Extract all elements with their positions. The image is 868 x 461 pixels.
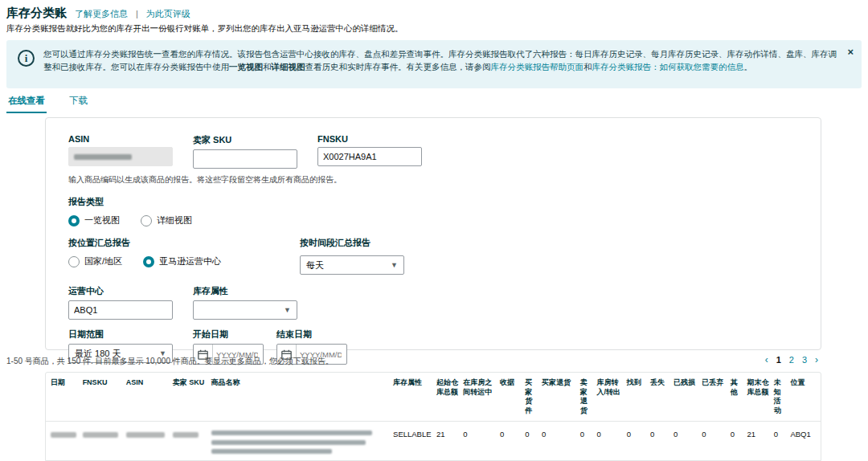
redacted-value bbox=[51, 432, 76, 438]
tab-view-online[interactable]: 在线查看 bbox=[6, 93, 47, 113]
col-asin: ASIN bbox=[125, 373, 171, 421]
chevron-down-icon: ▼ bbox=[284, 306, 291, 314]
radio-fulfillment-center[interactable]: 亚马逊运营中心 bbox=[143, 255, 221, 267]
col-title: 商品名称 bbox=[210, 373, 391, 421]
redacted-value bbox=[211, 440, 366, 445]
pagination-page-1[interactable]: 1 bbox=[776, 355, 781, 365]
col-lost: 丢失 bbox=[649, 373, 672, 421]
col-unknown: 未知活动 bbox=[772, 373, 789, 421]
page-header: 库存分类账 了解更多信息 | 为此页评级 bbox=[6, 6, 190, 21]
cell-in-transit: 0 bbox=[461, 421, 498, 461]
col-vendor-returns: 卖家退货 bbox=[579, 373, 596, 421]
col-warehouse-transfer: 库房转入/转出 bbox=[595, 373, 624, 421]
radio-unselected-icon bbox=[68, 256, 80, 267]
radio-detail-view-label: 详细视图 bbox=[157, 214, 192, 226]
redacted-value bbox=[173, 432, 199, 438]
banner-bold-detail: 详细视图 bbox=[272, 62, 305, 71]
asin-input[interactable] bbox=[68, 147, 173, 166]
col-disposed: 已丢弃 bbox=[700, 373, 728, 421]
cell-starting-balance: 21 bbox=[435, 421, 461, 461]
col-damaged: 已残损 bbox=[672, 373, 700, 421]
col-date: 日期 bbox=[46, 373, 81, 421]
end-date-label: 结束日期 bbox=[276, 328, 357, 341]
disposition-label: 库存属性 bbox=[193, 285, 297, 297]
redacted-asin-value bbox=[74, 154, 132, 160]
redacted-value bbox=[126, 432, 165, 438]
start-date-label: 开始日期 bbox=[193, 328, 273, 341]
col-starting-balance: 起始仓库总额 bbox=[435, 373, 461, 421]
cell-date bbox=[46, 421, 81, 461]
page-subtitle: 库存分类账报告就好比为您的库存开出一份银行对账单，罗列出您的库存出入亚马逊运营中… bbox=[6, 23, 403, 35]
banner-bold-overview: 一览视图 bbox=[229, 62, 263, 71]
fnsku-label: FNSKU bbox=[317, 134, 422, 144]
radio-selected-icon bbox=[68, 215, 80, 226]
ledger-help-link[interactable]: 库存分类账报告帮助页面 bbox=[491, 62, 584, 71]
cell-asin bbox=[125, 421, 171, 461]
cell-title bbox=[210, 421, 391, 461]
col-ending-balance: 期末仓库总额 bbox=[745, 373, 772, 421]
product-code-helper-text: 输入商品编码以生成该商品的报告。将这些字段留空将生成所有商品的报告。 bbox=[68, 174, 805, 186]
report-type-label: 报告类型 bbox=[68, 196, 805, 208]
cell-unknown: 0 bbox=[772, 421, 789, 461]
col-msku: 卖家 SKU bbox=[171, 373, 210, 421]
pagination-page-3[interactable]: 3 bbox=[802, 355, 807, 365]
radio-selected-icon bbox=[143, 256, 154, 267]
cell-found: 0 bbox=[625, 421, 649, 461]
results-summary: 1-50 号商品，共 150 件. 目前最多显示 10,000 件商品。要显示更… bbox=[6, 356, 334, 367]
time-aggregation-label: 按时间段汇总报告 bbox=[300, 237, 404, 249]
info-icon: i bbox=[18, 50, 35, 67]
cell-customer-returns: 0 bbox=[540, 421, 579, 461]
cell-fnsku bbox=[81, 421, 125, 461]
chevron-down-icon: ▼ bbox=[391, 261, 398, 269]
radio-summary-view[interactable]: 一览视图 bbox=[68, 214, 120, 226]
time-aggregation-dropdown[interactable]: 每天 ▼ bbox=[300, 255, 404, 275]
cell-customer-shipments: 0 bbox=[523, 421, 540, 461]
ledger-table-card: 日期 FNSKU ASIN 卖家 SKU 商品名称 库存属性 起始仓库总额 在库… bbox=[45, 372, 821, 461]
asin-label: ASIN bbox=[68, 134, 173, 144]
view-tabs: 在线查看 下载 bbox=[6, 93, 89, 113]
date-range-label: 日期范围 bbox=[68, 328, 185, 341]
radio-country-label: 国家/地区 bbox=[84, 255, 122, 267]
banner-text-and1: 和 bbox=[263, 62, 272, 71]
radio-country[interactable]: 国家/地区 bbox=[68, 255, 122, 267]
cell-warehouse-transfer: 0 bbox=[595, 421, 624, 461]
redacted-value bbox=[211, 430, 372, 435]
col-receipts: 收据 bbox=[498, 373, 523, 421]
learn-more-link[interactable]: 了解更多信息 bbox=[75, 8, 128, 20]
inventory-ledger-page: { "header": { "title": "库存分类账", "learn_m… bbox=[0, 0, 868, 461]
banner-text-and2: 和 bbox=[583, 62, 592, 71]
fulfillment-center-label: 运营中心 bbox=[68, 285, 173, 297]
rate-page-link[interactable]: 为此页评级 bbox=[146, 8, 190, 20]
pagination-page-2[interactable]: 2 bbox=[789, 355, 794, 365]
info-banner: i 您可以通过库存分类账报告统一查看您的库存情况。该报告包含运营中心接收的库存、… bbox=[6, 40, 862, 88]
col-in-transit: 在库房之间转运中 bbox=[461, 373, 498, 421]
tab-download[interactable]: 下载 bbox=[68, 93, 89, 113]
fnsku-input[interactable] bbox=[317, 147, 422, 166]
col-other: 其他 bbox=[729, 373, 746, 421]
cell-ending-balance: 21 bbox=[745, 421, 772, 461]
fulfillment-center-input[interactable] bbox=[68, 300, 173, 320]
radio-detail-view[interactable]: 详细视图 bbox=[141, 214, 192, 226]
cell-receipts: 0 bbox=[498, 421, 523, 461]
cell-disposition: SELLABLE bbox=[391, 421, 435, 461]
col-location: 位置 bbox=[788, 373, 821, 421]
redacted-value bbox=[211, 449, 332, 454]
disposition-dropdown[interactable]: ▼ bbox=[193, 300, 297, 320]
header-separator: | bbox=[136, 9, 138, 18]
radio-unselected-icon bbox=[141, 215, 152, 226]
cell-vendor-returns: 0 bbox=[579, 421, 596, 461]
ledger-table: 日期 FNSKU ASIN 卖家 SKU 商品名称 库存属性 起始仓库总额 在库… bbox=[46, 373, 821, 461]
pagination: ‹ 1 2 3 › bbox=[765, 354, 818, 365]
close-icon[interactable]: × bbox=[847, 46, 854, 58]
ledger-howto-link[interactable]: 库存分类账报告：如何获取您需要的信息 bbox=[592, 62, 744, 71]
location-aggregation-label: 按位置汇总报告 bbox=[68, 237, 277, 249]
cell-damaged: 0 bbox=[672, 421, 700, 461]
pagination-next-icon[interactable]: › bbox=[815, 354, 818, 365]
seller-sku-input[interactable] bbox=[193, 149, 297, 169]
cell-location: ABQ1 bbox=[788, 421, 821, 461]
pagination-prev-icon[interactable]: ‹ bbox=[765, 354, 768, 365]
page-title: 库存分类账 bbox=[6, 6, 67, 21]
seller-sku-label: 卖家 SKU bbox=[193, 134, 297, 146]
col-disposition: 库存属性 bbox=[391, 373, 435, 421]
banner-text-end: 。 bbox=[744, 62, 753, 71]
